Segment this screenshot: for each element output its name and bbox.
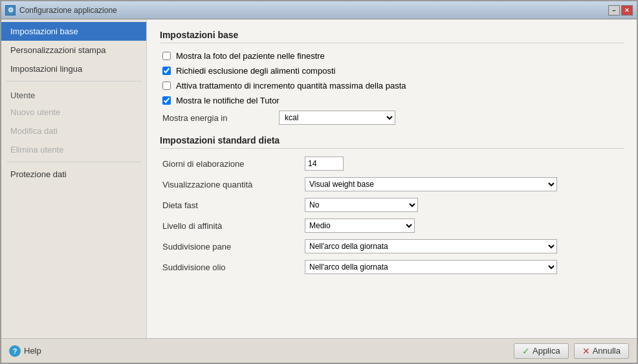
sidebar: Impostazioni base Personalizzazioni stam… bbox=[1, 19, 147, 338]
main-panel: Impostazioni base Mostra la foto del paz… bbox=[147, 19, 637, 338]
apply-label: Applica bbox=[533, 346, 560, 356]
app-window: ⚙ Configurazione applicazione – ✕ Impost… bbox=[0, 0, 638, 364]
suddivisione-pane-select[interactable]: Nell'arco della giornata Per pasto Manua… bbox=[305, 239, 557, 253]
checkbox-row-mostra-notifiche: Mostra le notifiche del Tutor bbox=[160, 96, 624, 105]
sidebar-divider-1 bbox=[6, 81, 141, 81]
checkbox-richiedi-esclusione[interactable] bbox=[162, 67, 171, 75]
row-visualizzazione-quantita: Visualizzazione quantità Visual weight b… bbox=[160, 177, 624, 191]
giorni-elaborazione-label: Giorni di elaborazione bbox=[162, 159, 305, 169]
app-icon: ⚙ bbox=[5, 5, 16, 16]
checkbox-mostra-notifiche[interactable] bbox=[162, 96, 171, 105]
help-label: Help bbox=[24, 346, 41, 356]
section1-title: Impostazioni base bbox=[160, 30, 624, 43]
giorni-elaborazione-input[interactable] bbox=[305, 156, 344, 171]
sidebar-item-elimina-utente: Elimina utente bbox=[1, 140, 146, 159]
bottom-bar: ? Help ✓ Applica ✕ Annulla bbox=[1, 338, 637, 363]
row-suddivisione-olio: Suddivisione olio Nell'arco della giorna… bbox=[160, 260, 624, 274]
section2-title: Impostazioni standard dieta bbox=[160, 135, 624, 149]
checkbox-row-attiva-trattamento: Attiva trattamento di incremento quantit… bbox=[160, 81, 624, 91]
minimize-button[interactable]: – bbox=[608, 5, 620, 16]
dieta-fast-select[interactable]: No Sì bbox=[305, 198, 418, 212]
sidebar-item-nuovo-utente: Nuovo utente bbox=[1, 103, 146, 122]
visualizzazione-quantita-select[interactable]: Visual weight base Peso netto Peso lordo bbox=[305, 177, 557, 191]
window-title: Configurazione applicazione bbox=[19, 6, 117, 15]
sidebar-divider-2 bbox=[6, 162, 141, 162]
dieta-fast-label: Dieta fast bbox=[162, 200, 305, 210]
row-giorni-elaborazione: Giorni di elaborazione bbox=[160, 156, 624, 171]
livello-affinita-select[interactable]: Basso Medio Alto bbox=[305, 219, 415, 233]
section2-gap: Impostazioni standard dieta Giorni di el… bbox=[160, 135, 624, 274]
sidebar-item-impostazioni-lingua[interactable]: Impostazioni lingua bbox=[1, 59, 146, 78]
checkbox-foto-paziente-label: Mostra la foto del paziente nelle finest… bbox=[176, 51, 325, 61]
sidebar-item-impostazioni-base[interactable]: Impostazioni base bbox=[1, 22, 146, 41]
checkbox-mostra-notifiche-label: Mostra le notifiche del Tutor bbox=[176, 96, 280, 105]
apply-button[interactable]: ✓ Applica bbox=[514, 343, 569, 359]
suddivisione-pane-label: Suddivisione pane bbox=[162, 242, 305, 252]
cancel-icon: ✕ bbox=[582, 346, 590, 356]
energia-row: Mostra energia in kcal kJ cal bbox=[160, 111, 624, 125]
content-area: Impostazioni base Personalizzazioni stam… bbox=[1, 19, 637, 338]
suddivisione-olio-select[interactable]: Nell'arco della giornata Per pasto Manua… bbox=[305, 260, 557, 274]
row-livello-affinita: Livello di affinità Basso Medio Alto bbox=[160, 219, 624, 233]
close-button[interactable]: ✕ bbox=[621, 5, 633, 16]
visualizzazione-quantita-label: Visualizzazione quantità bbox=[162, 180, 305, 189]
sidebar-item-protezione-dati[interactable]: Protezione dati bbox=[1, 165, 146, 184]
cancel-button[interactable]: ✕ Annulla bbox=[574, 343, 629, 359]
livello-affinita-label: Livello di affinità bbox=[162, 221, 305, 231]
energia-select[interactable]: kcal kJ cal bbox=[279, 111, 395, 125]
row-suddivisione-pane: Suddivisione pane Nell'arco della giorna… bbox=[160, 239, 624, 253]
apply-icon: ✓ bbox=[522, 346, 530, 356]
energia-label: Mostra energia in bbox=[162, 113, 279, 123]
sidebar-item-modifica-dati: Modifica dati bbox=[1, 122, 146, 140]
title-bar-buttons: – ✕ bbox=[608, 5, 633, 16]
title-bar-left: ⚙ Configurazione applicazione bbox=[5, 5, 117, 16]
help-button[interactable]: ? Help bbox=[9, 345, 41, 357]
checkbox-row-richiedi-esclusione: Richiedi esclusione degli alimenti compo… bbox=[160, 66, 624, 76]
title-bar: ⚙ Configurazione applicazione – ✕ bbox=[1, 1, 637, 19]
checkbox-attiva-trattamento-label: Attiva trattamento di incremento quantit… bbox=[176, 81, 406, 91]
help-icon: ? bbox=[9, 345, 21, 357]
sidebar-item-personalizzazioni-stampa[interactable]: Personalizzazioni stampa bbox=[1, 41, 146, 59]
checkbox-row-foto-paziente: Mostra la foto del paziente nelle finest… bbox=[160, 51, 624, 61]
checkbox-foto-paziente[interactable] bbox=[162, 52, 171, 60]
sidebar-utente-label: Utente bbox=[1, 84, 146, 103]
checkbox-richiedi-esclusione-label: Richiedi esclusione degli alimenti compo… bbox=[176, 66, 335, 76]
action-buttons: ✓ Applica ✕ Annulla bbox=[514, 343, 629, 359]
suddivisione-olio-label: Suddivisione olio bbox=[162, 262, 305, 272]
cancel-label: Annulla bbox=[593, 346, 621, 356]
row-dieta-fast: Dieta fast No Sì bbox=[160, 198, 624, 212]
checkbox-attiva-trattamento[interactable] bbox=[162, 81, 171, 90]
